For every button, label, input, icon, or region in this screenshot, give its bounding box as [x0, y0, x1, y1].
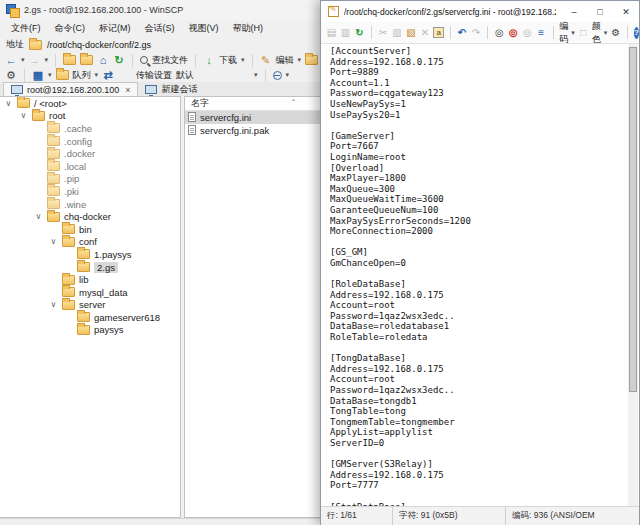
- editor-scrollbar-thumb[interactable]: [629, 47, 637, 392]
- session-globe-icon[interactable]: [273, 71, 282, 80]
- refresh-icon[interactable]: ↻: [113, 54, 125, 66]
- edit-icon[interactable]: ✎: [260, 54, 272, 66]
- save-as-icon[interactable]: ▥: [340, 27, 351, 39]
- tree-item[interactable]: .docker: [0, 147, 180, 160]
- status-line-position: 行: 1/61: [321, 507, 393, 525]
- session-tab-active[interactable]: root@192.168.200.100 ×: [3, 82, 138, 96]
- tree-item[interactable]: 2.gs: [0, 261, 180, 274]
- folder-icon: [62, 287, 75, 297]
- menu-item[interactable]: 会话(S): [138, 20, 182, 37]
- color-checkbox-icon[interactable]: □: [578, 27, 589, 39]
- session-tab-close-icon[interactable]: ×: [125, 85, 130, 95]
- delete-icon[interactable]: ✕: [419, 27, 430, 39]
- menu-item[interactable]: 命令(C): [48, 20, 93, 37]
- address-path[interactable]: /root/chq-docker/conf/2.gs: [47, 40, 151, 50]
- back-dropdown-icon[interactable]: ▾: [21, 56, 25, 64]
- new-session-label: 新建会话: [161, 83, 197, 96]
- cut-icon[interactable]: ✂: [377, 27, 388, 39]
- tree-item[interactable]: .pip: [0, 173, 180, 186]
- redo-icon[interactable]: ↷: [470, 27, 481, 39]
- home-directory-icon[interactable]: ⌂: [97, 54, 109, 66]
- editor-scrollbar[interactable]: [628, 44, 638, 506]
- transfer-settings-dropdown-icon[interactable]: ▾: [254, 71, 258, 79]
- tree-item[interactable]: .config: [0, 135, 180, 148]
- queue-icon[interactable]: [56, 70, 69, 80]
- queue-dropdown-icon[interactable]: ▾: [95, 71, 99, 79]
- find-icon[interactable]: ◎: [494, 27, 505, 39]
- edit-dropdown-icon[interactable]: ▾: [298, 56, 302, 64]
- help-icon[interactable]: ?: [634, 27, 639, 39]
- find-files-icon[interactable]: [140, 56, 148, 64]
- color-dropdown-icon[interactable]: ▾: [604, 29, 608, 37]
- menu-item[interactable]: 标记(M): [92, 20, 138, 37]
- toolbar-separator: [252, 54, 253, 67]
- encoding-button[interactable]: 编码: [559, 20, 568, 46]
- name-column-header[interactable]: 名字: [191, 97, 209, 110]
- chevron-expanded-icon[interactable]: ∨: [49, 300, 58, 309]
- transfer-settings-value[interactable]: 默认: [176, 69, 194, 82]
- file-list-header[interactable]: 名字 ˆ: [185, 97, 321, 111]
- tree-item[interactable]: ∨server: [0, 299, 180, 312]
- editor-text[interactable]: [AccountServer] Address=192.168.0.175 Po…: [322, 44, 628, 506]
- tree-item[interactable]: paysys: [0, 324, 180, 337]
- encoding-dropdown-icon[interactable]: ▾: [571, 29, 575, 37]
- tree-item[interactable]: ∨chq-docker: [0, 210, 180, 223]
- tree-item[interactable]: lib: [0, 273, 180, 286]
- editor-preferences-gear-icon[interactable]: ⚙: [610, 27, 621, 39]
- editor-window: /root/chq-docker/conf/2.gs/servercfg.ini…: [320, 0, 640, 525]
- back-icon[interactable]: ←: [5, 54, 17, 66]
- status-character: 字符: 91 (0x5B): [393, 507, 506, 525]
- tree-item[interactable]: .local: [0, 160, 180, 173]
- go-to-line-icon[interactable]: ≡: [536, 27, 547, 39]
- file-row[interactable]: servercfg.ini.pak: [185, 124, 321, 137]
- find-next-icon[interactable]: ◎: [508, 27, 519, 39]
- undo-icon[interactable]: ↶: [456, 27, 467, 39]
- find-previous-icon[interactable]: ◎: [522, 27, 533, 39]
- tree-item[interactable]: .pki: [0, 185, 180, 198]
- panel-layout-icon[interactable]: ▦: [32, 69, 44, 81]
- open-directory-icon[interactable]: [63, 55, 76, 65]
- chevron-expanded-icon[interactable]: ∨: [19, 111, 28, 120]
- tree-item[interactable]: .cache: [0, 122, 180, 135]
- close-button[interactable]: ✕: [613, 1, 639, 22]
- download-button[interactable]: 下载: [219, 54, 237, 67]
- paste-icon[interactable]: ▧: [405, 27, 416, 39]
- copy-icon[interactable]: ▥: [391, 27, 402, 39]
- menu-item[interactable]: 帮助(H): [226, 20, 271, 37]
- save-icon[interactable]: ▤: [326, 27, 337, 39]
- session-globe-dropdown-icon[interactable]: ▾: [286, 71, 290, 79]
- chevron-expanded-icon[interactable]: ∨: [34, 212, 43, 221]
- parent-directory-icon[interactable]: [80, 55, 93, 65]
- menu-item[interactable]: 文件(F): [4, 20, 48, 37]
- tree-item[interactable]: 1.paysys: [0, 248, 180, 261]
- menu-item[interactable]: 视图(V): [182, 20, 226, 37]
- file-row[interactable]: servercfg.ini: [185, 111, 321, 124]
- tree-item[interactable]: ∨root: [0, 110, 180, 123]
- tree-item[interactable]: ∨conf: [0, 236, 180, 249]
- chevron-expanded-icon[interactable]: ∨: [4, 99, 13, 108]
- panel-layout-dropdown-icon[interactable]: ▾: [48, 71, 52, 79]
- download-dropdown-icon[interactable]: ▾: [241, 56, 245, 64]
- sync-browsing-icon[interactable]: ⇄: [102, 69, 114, 81]
- chevron-expanded-icon[interactable]: ∨: [49, 237, 58, 246]
- editor-content-area[interactable]: [AccountServer] Address=192.168.0.175 Po…: [322, 44, 628, 506]
- new-folder-icon[interactable]: [305, 55, 318, 65]
- preferences-gear-icon[interactable]: ⚙: [5, 69, 17, 81]
- reload-icon[interactable]: ↻: [354, 27, 365, 39]
- forward-dropdown-icon[interactable]: ▾: [45, 56, 49, 64]
- tree-item[interactable]: ∨/ <root>: [0, 97, 180, 110]
- tree-item[interactable]: bin: [0, 223, 180, 236]
- edit-button[interactable]: 编辑: [276, 54, 294, 67]
- download-icon[interactable]: ↓: [203, 54, 215, 66]
- select-all-icon[interactable]: a: [433, 27, 443, 38]
- session-tab-new[interactable]: 新建会话: [138, 82, 204, 96]
- tree-item[interactable]: gameserver618: [0, 311, 180, 324]
- tree-item[interactable]: .wine: [0, 198, 180, 211]
- tree-item[interactable]: mysql_data: [0, 286, 180, 299]
- folder-icon: [62, 300, 75, 310]
- queue-button[interactable]: 队列: [73, 69, 91, 82]
- find-files-button[interactable]: 查找文件: [152, 54, 188, 67]
- color-button[interactable]: 颜色: [592, 20, 601, 46]
- forward-icon[interactable]: →: [29, 54, 41, 66]
- folder-icon: [47, 123, 60, 133]
